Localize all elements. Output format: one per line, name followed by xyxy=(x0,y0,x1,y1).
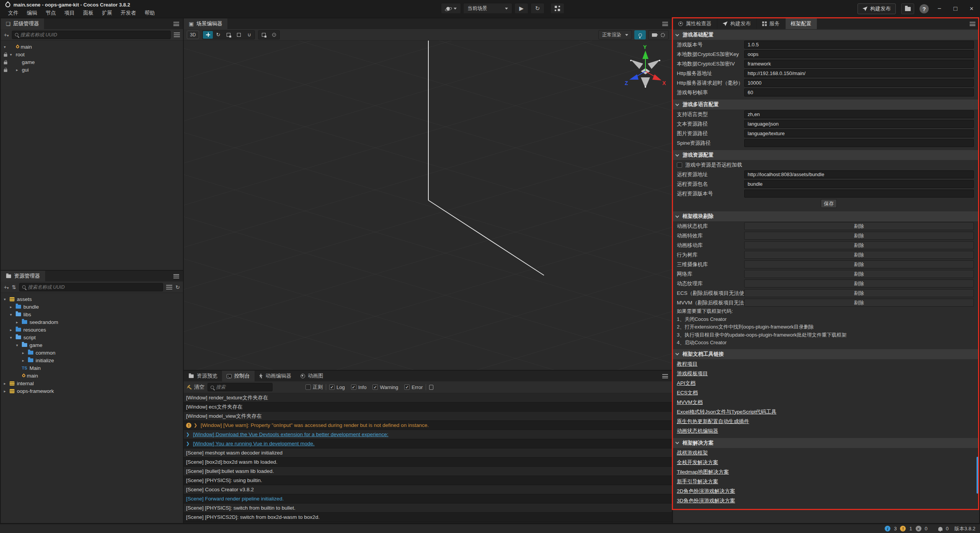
expander-icon[interactable]: ▾ xyxy=(10,52,16,57)
cull-button[interactable]: 剔除 xyxy=(744,299,974,307)
field-input[interactable] xyxy=(744,79,974,87)
maximize-button[interactable]: □ xyxy=(950,5,961,13)
info-count-icon[interactable]: i xyxy=(885,526,890,531)
doc-link[interactable]: 2D角色扮演游戏解决方案 xyxy=(677,488,735,494)
tree-item-oops-framework[interactable]: ▸oops-framework xyxy=(1,387,183,395)
expander-icon[interactable]: ▸ xyxy=(16,68,22,72)
expander-icon[interactable]: ▸ xyxy=(16,320,22,324)
transform-tool-button[interactable]: ∪ xyxy=(244,31,254,39)
log-row[interactable]: [Scene] [box2d]:box2d wasm lib loaded. xyxy=(184,458,672,467)
cull-button[interactable]: 剔除 xyxy=(744,260,974,268)
console-search-input[interactable] xyxy=(216,384,278,390)
build-publish-button[interactable]: 构建发布 xyxy=(858,3,896,14)
tree-item-libs[interactable]: ▾libs xyxy=(1,311,183,318)
field-input[interactable] xyxy=(744,110,974,118)
move-tool-button[interactable] xyxy=(203,31,213,39)
tab-资源预览[interactable]: 资源预览 xyxy=(184,371,222,381)
close-button[interactable]: × xyxy=(966,5,977,13)
expander-icon[interactable]: ▸ xyxy=(4,389,10,393)
doc-link[interactable]: 战棋游戏框架 xyxy=(677,450,708,456)
tab-动画图[interactable]: 动画图 xyxy=(296,371,328,381)
log-row[interactable]: !❯[Window] [Vue warn]: Property "onInput… xyxy=(184,421,672,430)
tab-动画编辑器[interactable]: 动画编辑器 xyxy=(255,371,296,381)
view-gizmo[interactable]: Y X Z xyxy=(620,44,670,94)
doc-link[interactable]: 原生包热更新配置自动生成插件 xyxy=(677,419,749,424)
tree-item-bundle[interactable]: ▸bundle xyxy=(1,303,183,311)
assets-search[interactable] xyxy=(19,283,163,291)
section-header-游戏资源配置[interactable]: 游戏资源配置 xyxy=(673,150,979,160)
doc-link[interactable]: MVVM文档 xyxy=(677,399,703,405)
reload-button[interactable]: ↻ xyxy=(531,3,544,14)
save-button[interactable]: 保存 xyxy=(821,199,837,208)
coordinate-button[interactable] xyxy=(269,31,279,39)
open-project-folder-button[interactable] xyxy=(901,3,914,14)
tab-控制台[interactable]: ›_控制台 xyxy=(222,371,255,381)
tree-item-gui[interactable]: ▸gui xyxy=(1,66,183,74)
tab-scene-editor[interactable]: ▣ 场景编辑器 xyxy=(184,18,227,29)
tree-item-resources[interactable]: ▸resources xyxy=(1,326,183,334)
tree-item-seedrandom[interactable]: ▸seedrandom xyxy=(1,318,183,326)
expand-arrow-icon[interactable]: ❯ xyxy=(186,441,191,446)
menu-面板[interactable]: 面板 xyxy=(79,8,98,18)
cull-button[interactable]: 剔除 xyxy=(744,289,974,297)
bell-icon[interactable] xyxy=(938,527,942,531)
panel-menu-icon[interactable] xyxy=(970,22,975,26)
field-input[interactable] xyxy=(744,69,974,77)
minimize-button[interactable]: − xyxy=(934,5,945,13)
menu-开发者[interactable]: 开发者 xyxy=(116,8,140,18)
expander-icon[interactable]: ▸ xyxy=(10,328,16,332)
pivot-button[interactable] xyxy=(259,31,269,39)
tree-item-script[interactable]: ▾script xyxy=(1,334,183,341)
tree-item-main[interactable]: main xyxy=(1,372,183,379)
panel-menu-icon[interactable] xyxy=(662,22,668,26)
expander-icon[interactable]: ▸ xyxy=(22,358,28,363)
console-search[interactable] xyxy=(207,383,273,391)
doc-link[interactable]: 全栈开发解决方案 xyxy=(677,459,718,465)
tree-item-game[interactable]: game xyxy=(1,58,183,66)
doc-link[interactable]: 3D角色扮演游戏解决方案 xyxy=(677,498,735,504)
tab-框架配置[interactable]: 框架配置 xyxy=(786,18,817,29)
add-asset-button[interactable]: +▾ xyxy=(4,284,9,290)
filter-icon[interactable] xyxy=(174,33,180,37)
render-mode-dropdown[interactable]: 正常渲染 xyxy=(598,30,632,39)
play-button[interactable]: ▶ xyxy=(514,3,528,14)
camera-settings-icon[interactable] xyxy=(652,33,657,37)
tree-item-game[interactable]: ▾game xyxy=(1,341,183,349)
refresh-icon[interactable]: ↻ xyxy=(175,284,180,290)
rotate-tool-button[interactable]: ↻ xyxy=(213,31,223,39)
preview-target-dropdown[interactable] xyxy=(441,3,461,14)
section-header-框架解决方案[interactable]: 框架解决方案 xyxy=(673,438,979,448)
scene-viewport[interactable]: Y X Z xyxy=(184,41,672,370)
log-row[interactable]: [Scene] [bullet]:bullet wasm lib loaded. xyxy=(184,467,672,476)
log-file-icon[interactable] xyxy=(429,385,433,390)
cull-button[interactable]: 剔除 xyxy=(744,280,974,288)
doc-link[interactable]: API文档 xyxy=(677,380,696,386)
expander-icon[interactable]: ▾ xyxy=(10,335,16,340)
cull-button[interactable]: 剔除 xyxy=(744,222,974,230)
doc-link[interactable]: 教程项目 xyxy=(677,361,697,367)
panel-menu-icon[interactable] xyxy=(173,22,179,26)
doc-link[interactable]: Excel格式转Json文件与TypeScript代码工具 xyxy=(677,409,776,415)
menu-节点[interactable]: 节点 xyxy=(41,8,60,18)
log-row[interactable]: [Scene] [PHYSICS2D]: switch from box2d-w… xyxy=(184,513,672,522)
scale-tool-button[interactable] xyxy=(224,31,234,39)
log-row[interactable]: [Window] model_view文件夹存在 xyxy=(184,412,672,421)
tree-item-Main[interactable]: TSMain xyxy=(1,364,183,372)
expand-arrow-icon[interactable]: ❯ xyxy=(186,432,191,437)
tab-属性检查器[interactable]: 属性检查器 xyxy=(673,18,717,29)
preview-qr-button[interactable] xyxy=(550,3,564,14)
cull-button[interactable]: 剔除 xyxy=(744,251,974,259)
expander-icon[interactable]: ▸ xyxy=(4,381,10,386)
doc-link[interactable]: 新手引导解决方案 xyxy=(677,479,718,484)
error-count-icon[interactable]: × xyxy=(916,526,921,531)
regex-checkbox[interactable]: 正则 xyxy=(305,384,323,391)
cull-button[interactable]: 剔除 xyxy=(744,232,974,240)
tree-item-initialize[interactable]: ▸initialize xyxy=(1,356,183,364)
filter-info[interactable]: ✓Info xyxy=(351,384,367,390)
remote-load-checkbox-row[interactable]: 游戏中资源是否远程加载 xyxy=(673,160,979,170)
log-row[interactable]: [Scene] [PHYSICS]: switch from builtin t… xyxy=(184,504,672,513)
cull-button[interactable]: 剔除 xyxy=(744,270,974,278)
warning-count-icon[interactable]: ! xyxy=(900,526,906,531)
tree-item-main[interactable]: ▾main xyxy=(1,43,183,51)
console-log-list[interactable]: [Window] render_texture文件夹存在[Window] ecs… xyxy=(184,393,672,523)
